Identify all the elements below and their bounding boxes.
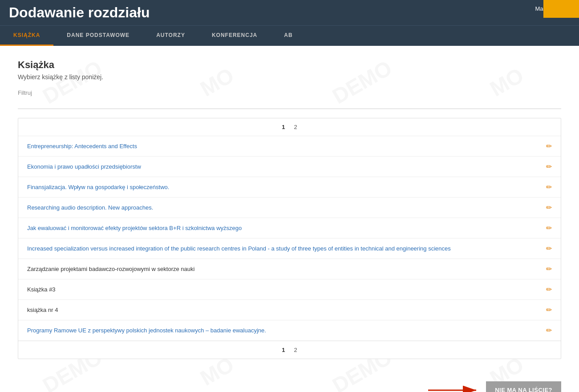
edit-icon[interactable]: ✏: [546, 203, 552, 212]
item-text: Jak ewaluować i monitorować efekty proje…: [27, 225, 546, 231]
section-title: Książka: [18, 59, 561, 71]
filter-label: Filtruj: [18, 89, 561, 96]
edit-icon[interactable]: ✏: [546, 265, 552, 273]
page-1-top[interactable]: 1: [279, 123, 287, 131]
header: Dodawanie rozdziału Małgorzata P.: [0, 0, 579, 25]
list-item[interactable]: Zarządzanie projektami badawczo-rozwojow…: [18, 259, 561, 279]
main-content: DEMO MO DEMO MO DEMO MO DEMO MO DEMO MO …: [0, 46, 579, 392]
edit-icon[interactable]: ✏: [546, 162, 552, 171]
header-yellow-button[interactable]: [543, 0, 579, 18]
section-subtitle: Wybierz książkę z listy poniżej.: [18, 73, 561, 81]
tab-ksiazka[interactable]: KSIĄŻKA: [0, 26, 53, 46]
list-item[interactable]: Jak ewaluować i monitorować efekty proje…: [18, 218, 561, 238]
not-on-list-button[interactable]: NIE MA NA LIŚCIE?: [486, 381, 561, 392]
list-item[interactable]: książka nr 4 ✏: [18, 300, 561, 320]
edit-icon[interactable]: ✏: [546, 285, 552, 294]
arrow-container: NIE MA NA LIŚCIE?: [428, 381, 561, 392]
page-1-bottom[interactable]: 1: [279, 346, 287, 354]
book-list-container: 1 2 Entrepreneurship: Antecedents and Ef…: [18, 118, 561, 359]
list-item[interactable]: Programy Ramowe UE z perspektywy polskic…: [18, 320, 561, 341]
edit-icon[interactable]: ✏: [546, 244, 552, 253]
edit-icon[interactable]: ✏: [546, 326, 552, 335]
list-item[interactable]: Ekonomia i prawo upadłości przedsiębiors…: [18, 157, 561, 177]
item-text: Książka #3: [27, 286, 546, 293]
tab-bar: KSIĄŻKA DANE PODSTAWOWE AUTORZY KONFEREN…: [0, 25, 579, 46]
list-item[interactable]: Książka #3 ✏: [18, 279, 561, 300]
edit-icon[interactable]: ✏: [546, 183, 552, 191]
edit-icon[interactable]: ✏: [546, 306, 552, 314]
red-arrow-icon: [428, 384, 482, 392]
item-text: Zarządzanie projektami badawczo-rozwojow…: [27, 266, 546, 272]
tab-dane-podstawowe[interactable]: DANE PODSTAWOWE: [53, 26, 143, 46]
tab-konferencja[interactable]: KONFERENCJA: [198, 26, 271, 46]
page-title: Dodawanie rozdziału: [9, 4, 570, 25]
list-item[interactable]: Entrepreneurship: Antecedents and Effect…: [18, 136, 561, 157]
tab-autorzy[interactable]: AUTORZY: [143, 26, 198, 46]
list-item[interactable]: Finansjalizacja. Wpływ na gospodarkę i s…: [18, 177, 561, 198]
item-text: książka nr 4: [27, 307, 546, 313]
list-item[interactable]: Increased specialization versus increase…: [18, 238, 561, 259]
content-area: Książka Wybierz książkę z listy poniżej.…: [0, 46, 579, 372]
item-text: Finansjalizacja. Wpływ na gospodarkę i s…: [27, 184, 546, 190]
pagination-bottom: 1 2: [18, 341, 561, 359]
pagination-top: 1 2: [18, 118, 561, 136]
item-text: Ekonomia i prawo upadłości przedsiębiors…: [27, 163, 546, 170]
page-2-bottom[interactable]: 2: [292, 346, 300, 354]
filter-input[interactable]: [18, 98, 561, 109]
tab-ab[interactable]: AB: [271, 26, 306, 46]
edit-icon[interactable]: ✏: [546, 224, 552, 232]
edit-icon[interactable]: ✏: [546, 142, 552, 150]
list-item[interactable]: Researching audio description. New appro…: [18, 198, 561, 218]
item-text: Increased specialization versus increase…: [27, 245, 546, 252]
page-2-top[interactable]: 2: [292, 123, 300, 131]
bottom-area: NIE MA NA LIŚCIE?: [0, 372, 579, 392]
item-text: Researching audio description. New appro…: [27, 204, 546, 211]
item-text: Programy Ramowe UE z perspektywy polskic…: [27, 327, 546, 334]
item-text: Entrepreneurship: Antecedents and Effect…: [27, 143, 546, 150]
